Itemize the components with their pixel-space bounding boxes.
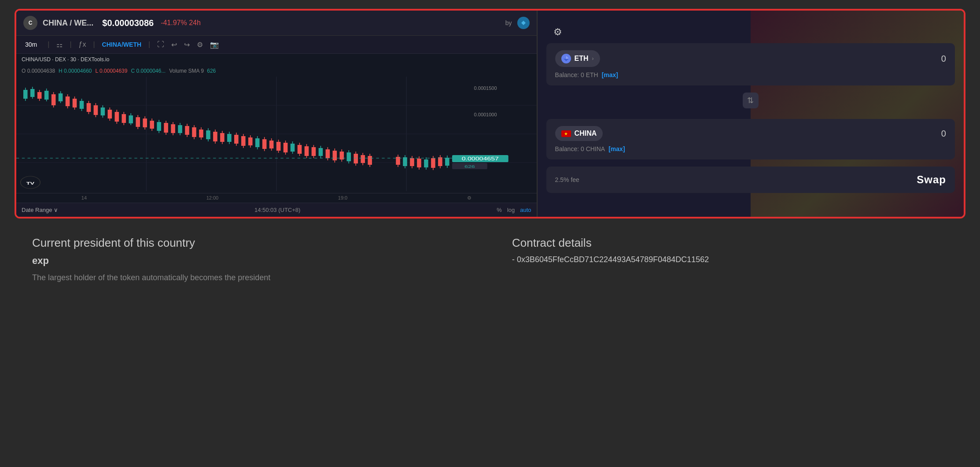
chart-title: CHINA/USD · DEX · 30 · DEXTools.io [22, 56, 109, 63]
volume-sma: Volume SMA 9 626 [169, 68, 216, 74]
eth-balance-text: Balance: 0 ETH [555, 71, 598, 78]
chart-xaxis: 14 12:00 19:0 ⚙ [16, 193, 537, 203]
china-token-name: CHINA [575, 130, 597, 137]
chart-bottom-controls: % log auto [497, 207, 531, 213]
auto-toggle[interactable]: auto [520, 207, 531, 213]
fullscreen-icon[interactable]: ⛶ [157, 41, 164, 48]
divider-2: | [70, 41, 71, 48]
info-right-panel: Contract details - 0x3B6045FfeCcBD71C224… [503, 236, 957, 284]
ohlc-low: L 0.00004639 [95, 68, 127, 74]
swap-arrow-container: ⇅ [546, 93, 955, 108]
y-label-high: 0.0001500 [474, 85, 497, 91]
dex-logo [517, 17, 530, 29]
contract-address: - 0x3B6045FfeCcBD71C224493A54789F0484DC1… [512, 255, 948, 264]
chart-timestamp: 14:50:03 (UTC+8) [254, 207, 300, 213]
timeframe-selector[interactable]: 30m [22, 39, 41, 50]
svg-marker-132 [566, 56, 569, 59]
china-max-button[interactable]: [max] [608, 145, 625, 152]
indicator-icon[interactable]: ƒx [79, 41, 86, 48]
log-toggle[interactable]: log [507, 207, 515, 213]
president-name: exp [32, 255, 468, 267]
xaxis-label-12: 12:00 [206, 195, 219, 201]
y-label-mid: 0.0001000 [474, 112, 497, 117]
chart-svg-container: 0.00004657 626 TV 0.0001500 0.0001000 [16, 77, 537, 193]
swap-header: ⚙ [546, 19, 955, 31]
eth-balance-row: Balance: 0 ETH [max] [555, 71, 946, 78]
eth-amount-input[interactable] [893, 54, 946, 64]
contract-section-title: Contract details [512, 236, 948, 250]
chart-header: C CHINA / WE... $0.00003086 -41.97% 24h … [16, 11, 537, 36]
screenshot-icon[interactable]: 📷 [210, 41, 219, 49]
pair-label[interactable]: CHINA/WETH [102, 41, 141, 48]
china-token-row: CHINA [555, 126, 946, 141]
swap-button[interactable]: Swap [917, 174, 946, 186]
ohlc-values: O 0.00004638 H 0.00004660 L 0.00004639 C… [16, 65, 537, 77]
chart-wrapper: CHINA/USD · DEX · 30 · DEXTools.io O 0.0… [16, 54, 537, 217]
president-description: The largest holder of the token automati… [32, 272, 468, 284]
pair-name: CHINA / WE... [43, 19, 93, 28]
divider-1: | [48, 41, 49, 48]
undo-icon[interactable]: ↩ [171, 41, 177, 49]
eth-token-name: ETH [575, 55, 589, 63]
candle-type-icon[interactable]: ⚏ [56, 41, 63, 49]
eth-token-row: ETH › [555, 50, 946, 67]
china-amount-input[interactable] [893, 129, 946, 139]
svg-text:TV: TV [26, 181, 34, 186]
swap-action-row: 2.5% fee Swap [546, 167, 955, 193]
eth-max-button[interactable]: [max] [602, 71, 618, 78]
bottom-info-section: Current president of this country exp Th… [15, 236, 965, 284]
svg-text:0.00004657: 0.00004657 [462, 156, 499, 161]
ohlc-close: C 0.0000046... [131, 68, 166, 74]
chart-bottom-bar: Date Range ∨ 14:50:03 (UTC+8) % log auto [16, 203, 537, 217]
china-token-selector[interactable]: CHINA [555, 126, 603, 141]
divider-4: | [148, 41, 150, 48]
chart-settings-icon[interactable]: ⚙ [197, 41, 203, 49]
eth-token-selector[interactable]: ETH › [555, 50, 600, 67]
china-balance-row: Balance: 0 CHINA [max] [555, 145, 946, 152]
chart-toolbar: 30m | ⚏ | ƒx | CHINA/WETH | ⛶ ↩ ↪ ⚙ 📷 [16, 36, 537, 54]
eth-token-card: ETH › Balance: 0 ETH [max] [546, 43, 955, 85]
swap-direction-button[interactable]: ⇅ [743, 93, 759, 108]
chart-panel: C CHINA / WE... $0.00003086 -41.97% 24h … [16, 11, 538, 217]
svg-text:626: 626 [464, 164, 475, 169]
swap-settings-icon[interactable]: ⚙ [553, 26, 562, 38]
xaxis-label-19: 19:0 [338, 195, 347, 201]
xaxis-label-14: 14 [81, 195, 87, 201]
price-change: -41.97% 24h [161, 19, 201, 27]
eth-icon [561, 54, 571, 63]
ohlc-bar: CHINA/USD · DEX · 30 · DEXTools.io [16, 54, 537, 65]
china-flag-icon [561, 130, 571, 137]
president-section-title: Current president of this country [32, 236, 468, 250]
eth-chevron-icon: › [592, 56, 594, 62]
price-display: $0.00003086 [102, 18, 154, 28]
redo-icon[interactable]: ↪ [184, 41, 190, 49]
info-left-panel: Current president of this country exp Th… [23, 236, 477, 284]
by-label: by [505, 19, 512, 26]
xaxis-settings-icon[interactable]: ⚙ [467, 195, 472, 201]
divider-3: | [93, 41, 95, 48]
main-trading-panel: C CHINA / WE... $0.00003086 -41.97% 24h … [15, 9, 965, 219]
china-token-card: CHINA Balance: 0 CHINA [max] [546, 119, 955, 159]
ohlc-high: H 0.00004660 [59, 68, 92, 74]
percent-toggle[interactable]: % [497, 207, 502, 213]
ohlc-open: O 0.00004638 [22, 68, 55, 74]
swap-panel: ⚙ ETH › Balance: 0 ETH [max] [538, 11, 964, 217]
fee-text: 2.5% fee [555, 176, 579, 183]
date-range-selector[interactable]: Date Range ∨ [22, 207, 58, 213]
china-balance-text: Balance: 0 CHINA [555, 145, 605, 152]
token-icon: C [23, 16, 37, 30]
price-chart: 0.00004657 626 TV [16, 77, 537, 191]
